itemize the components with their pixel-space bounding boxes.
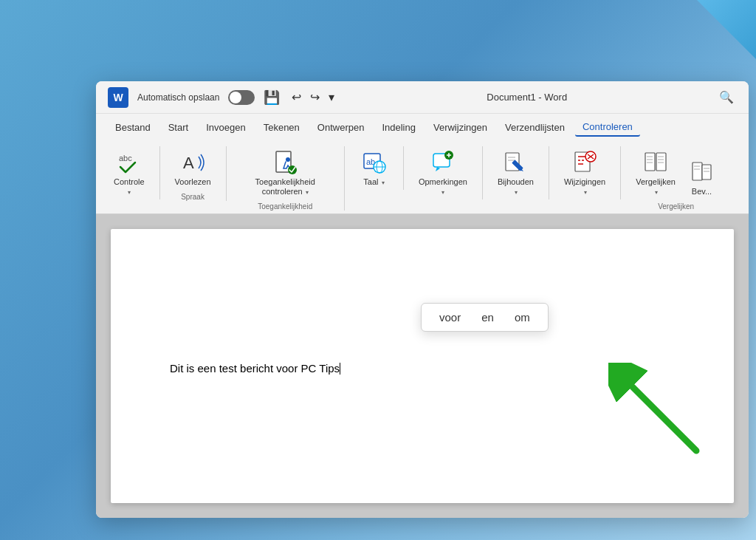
svg-text:abc: abc [119, 154, 132, 163]
menu-controleren[interactable]: Controleren [575, 118, 640, 137]
ribbon-section-toegankelijkheid: Toegankelijkheid controleren ▾ Toegankel… [236, 146, 345, 211]
controle-chevron: ▾ [128, 189, 131, 196]
wijzigingen-chevron: ▾ [584, 189, 587, 196]
autocomplete-popup: voor en om [421, 303, 549, 332]
opmerkingen-chevron: ▾ [441, 189, 444, 196]
menu-tekenen[interactable]: Tekenen [256, 119, 307, 136]
btn-opmerkingen[interactable]: Opmerkingen ▾ [413, 146, 473, 199]
btn-vergelijken[interactable]: Vergelijken ▾ [630, 146, 681, 199]
svg-rect-38 [702, 165, 711, 180]
text-cursor [340, 363, 340, 375]
document-content-area: Dit is een test bericht voor PC Tips [170, 362, 675, 375]
wijzigingen-icon [571, 149, 598, 176]
vergelijken-section-label: Vergelijken [630, 202, 722, 211]
corner-decoration [697, 0, 756, 59]
ribbon-section-opmerkingen: Opmerkingen ▾ [413, 146, 483, 199]
ribbon-buttons-spraak: A Voorlezen [169, 146, 217, 190]
bijhouden-label: Bijhouden ▾ [498, 177, 534, 196]
ribbon-section-wijzigingen: Wijzigingen ▾ [558, 146, 621, 199]
toegankelijkheid-section-label: Toegankelijkheid [236, 202, 335, 211]
bev-icon [689, 159, 715, 185]
opmerkingen-label: Opmerkingen ▾ [419, 177, 467, 196]
svg-rect-27 [645, 153, 655, 171]
svg-text:A: A [183, 154, 194, 172]
ribbon-section-vergelijken: Vergelijken ▾ [630, 146, 731, 211]
taal-icon: ab [360, 149, 387, 176]
controle-label: Controle ▾ [114, 177, 145, 196]
menu-invoegen[interactable]: Invoegen [199, 119, 253, 136]
ribbon: abc Controle ▾ [96, 140, 749, 214]
document-area: voor en om Dit is een test bericht voor … [96, 214, 749, 518]
ribbon-section-controle: abc Controle ▾ [108, 146, 160, 199]
vergelijken-icon [642, 149, 669, 176]
autosave-toggle[interactable] [228, 90, 255, 105]
search-button[interactable]: 🔍 [716, 87, 737, 107]
autocomplete-option-om[interactable]: om [509, 308, 536, 327]
word-icon: W [108, 87, 128, 108]
taal-label: Taal ▾ [363, 177, 384, 187]
ribbon-section-taal: ab Taal ▾ [354, 146, 404, 190]
svg-point-3 [286, 157, 290, 162]
menu-verzendlijsten[interactable]: Verzendlijsten [498, 119, 572, 136]
voorlezen-icon: A [179, 149, 206, 176]
menu-verwijzingen[interactable]: Verwijzingen [426, 119, 495, 136]
ribbon-section-spraak: A Voorlezen Spraak [169, 146, 227, 201]
ribbon-buttons-wijzigingen: Wijzigingen ▾ [558, 146, 611, 199]
ribbon-buttons-bijhouden: Bijhouden ▾ [492, 146, 540, 199]
toolbar-icons: ↩ ↪ ▾ [289, 89, 337, 106]
btn-bev[interactable]: Bev... [681, 156, 722, 199]
green-arrow [608, 363, 704, 459]
btn-voorlezen[interactable]: A Voorlezen [169, 146, 217, 190]
controle-icon: abc [116, 149, 142, 176]
vergelijken-chevron: ▾ [655, 189, 658, 196]
ribbon-buttons-controle: abc Controle ▾ [108, 146, 151, 199]
btn-wijzigingen[interactable]: Wijzigingen ▾ [558, 146, 611, 199]
menu-bestand[interactable]: Bestand [108, 119, 158, 136]
title-bar: W Automatisch opslaan 💾 ↩ ↪ ▾ Document1 … [96, 81, 749, 114]
toegankelijkheid-label: Toegankelijkheid controleren ▾ [241, 177, 329, 196]
autocomplete-option-en[interactable]: en [475, 308, 500, 327]
toegankelijkheid-chevron: ▾ [306, 189, 309, 196]
svg-rect-35 [693, 163, 702, 180]
bijhouden-chevron: ▾ [515, 189, 518, 196]
wijzigingen-label: Wijzigingen ▾ [564, 177, 605, 196]
autosave-label: Automatisch opslaan [137, 92, 219, 103]
voorlezen-label: Voorlezen [175, 177, 211, 187]
redo-button[interactable]: ↪ [307, 89, 323, 106]
opmerkingen-icon [430, 149, 456, 176]
document-title: Document1 - Word [346, 92, 707, 103]
bijhouden-icon [502, 149, 529, 176]
customize-button[interactable]: ▾ [326, 89, 337, 106]
ribbon-buttons-opmerkingen: Opmerkingen ▾ [413, 146, 473, 199]
btn-bijhouden[interactable]: Bijhouden ▾ [492, 146, 540, 199]
document-text: Dit is een test bericht voor PC Tips [170, 362, 340, 375]
spraak-label: Spraak [169, 193, 217, 201]
taal-chevron: ▾ [382, 180, 385, 186]
vergelijken-label: Vergelijken ▾ [636, 177, 676, 196]
menu-ontwerpen[interactable]: Ontwerpen [310, 119, 372, 136]
svg-rect-31 [656, 153, 666, 171]
document-page[interactable]: voor en om Dit is een test bericht voor … [111, 229, 734, 503]
menu-indeling[interactable]: Indeling [374, 119, 423, 136]
word-window: W Automatisch opslaan 💾 ↩ ↪ ▾ Document1 … [96, 81, 749, 518]
ribbon-buttons-toegankelijkheid: Toegankelijkheid controleren ▾ [236, 146, 335, 199]
menu-bar: Bestand Start Invoegen Tekenen Ontwerpen… [96, 114, 749, 140]
svg-marker-11 [436, 167, 440, 171]
btn-taal[interactable]: ab Taal ▾ [354, 146, 394, 190]
ribbon-buttons-taal: ab Taal ▾ [354, 146, 394, 190]
btn-controle[interactable]: abc Controle ▾ [108, 146, 151, 199]
toegankelijkheid-icon [272, 149, 298, 176]
bev-label: Bev... [692, 187, 712, 196]
undo-button[interactable]: ↩ [289, 89, 304, 106]
ribbon-buttons-vergelijken: Vergelijken ▾ [630, 146, 722, 199]
save-icon[interactable]: 💾 [264, 89, 280, 106]
autocomplete-option-voor[interactable]: voor [433, 308, 467, 327]
btn-toegankelijkheid[interactable]: Toegankelijkheid controleren ▾ [236, 146, 335, 199]
svg-line-42 [633, 387, 697, 451]
menu-start[interactable]: Start [161, 119, 196, 136]
ribbon-section-bijhouden: Bijhouden ▾ [492, 146, 549, 199]
